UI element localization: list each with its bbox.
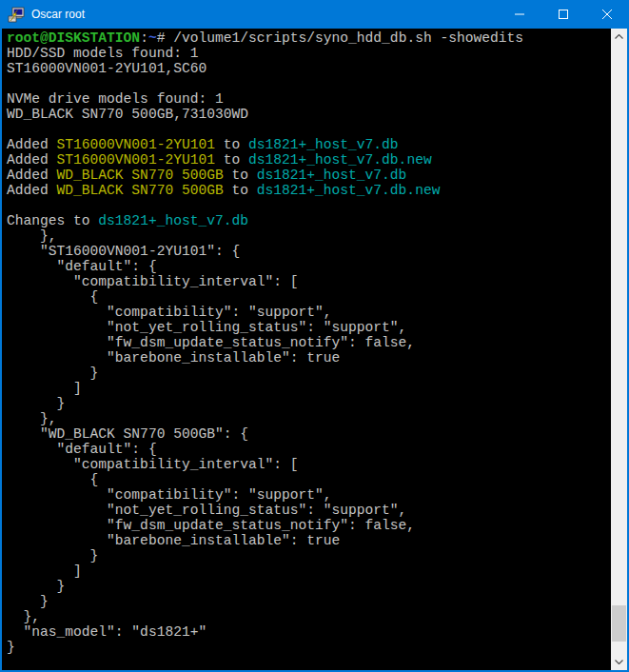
terminal-line: ST16000VN001-2YU101,SC60	[7, 61, 611, 76]
close-icon	[602, 10, 612, 19]
terminal-line: {	[7, 289, 611, 305]
terminal-line: }	[7, 594, 611, 609]
terminal-line: "fw_dsm_update_status_notify": false,	[7, 335, 611, 350]
terminal-output[interactable]: root@DISKSTATION:~# /volume1/scripts/syn…	[2, 29, 611, 670]
terminal-line	[7, 198, 611, 213]
scroll-down-button[interactable]	[611, 654, 627, 670]
close-button[interactable]	[585, 0, 629, 29]
terminal-line: }	[7, 396, 611, 411]
terminal-line: Added WD_BLACK SN770 500GB to ds1821+_ho…	[7, 168, 611, 183]
title-bar[interactable]: Oscar root	[0, 0, 629, 29]
terminal-line: },	[7, 609, 611, 624]
terminal-line: "compatibility_interval": [	[7, 457, 611, 472]
scroll-down-icon	[615, 660, 623, 664]
terminal-line	[7, 122, 611, 137]
scroll-up-icon	[615, 34, 623, 39]
terminal-line: ]	[7, 381, 611, 396]
terminal-line: "WD_BLACK SN770 500GB": {	[7, 426, 611, 442]
terminal-line: "not_yet_rolling_status": "support",	[7, 320, 611, 335]
terminal-line: "default": {	[7, 259, 611, 274]
terminal-line: }	[7, 548, 611, 563]
terminal-line: ]	[7, 563, 611, 579]
terminal-line: root@DISKSTATION:~# /volume1/scripts/syn…	[7, 30, 611, 46]
maximize-button[interactable]	[541, 0, 585, 29]
window-body: root@DISKSTATION:~# /volume1/scripts/syn…	[0, 29, 629, 672]
maximize-icon	[559, 10, 568, 19]
scroll-up-button[interactable]	[611, 29, 627, 45]
minimize-button[interactable]	[498, 0, 541, 29]
terminal-line: "nas_model": "ds1821+"	[7, 624, 611, 640]
terminal-line: "ST16000VN001-2YU101": {	[7, 244, 611, 259]
terminal-line: },	[7, 411, 611, 426]
terminal-line: "fw_dsm_update_status_notify": false,	[7, 518, 611, 533]
terminal-line: }	[7, 640, 611, 655]
terminal-line: "compatibility": "support",	[7, 487, 611, 503]
scrollbar-thumb[interactable]	[612, 605, 626, 642]
terminal-line: "compatibility": "support",	[7, 305, 611, 320]
terminal-line: HDD/SSD models found: 1	[7, 46, 611, 61]
putty-app-icon	[8, 7, 25, 23]
terminal-line: Changes to ds1821+_host_v7.db	[7, 213, 611, 228]
minimize-icon	[515, 10, 524, 19]
terminal-line: },	[7, 228, 611, 244]
terminal-line: {	[7, 472, 611, 487]
putty-window: Oscar root root@DISKSTATION:~# /volu	[0, 0, 629, 672]
terminal-line: "compatibility_interval": [	[7, 274, 611, 289]
terminal-line: "default": {	[7, 442, 611, 457]
terminal-line: "barebone_installable": true	[7, 533, 611, 548]
vertical-scrollbar[interactable]	[611, 29, 627, 670]
terminal-line: }	[7, 579, 611, 594]
terminal-line: Added ST16000VN001-2YU101 to ds1821+_hos…	[7, 152, 611, 168]
terminal-line	[7, 76, 611, 91]
terminal-line: Added WD_BLACK SN770 500GB to ds1821+_ho…	[7, 183, 611, 198]
window-controls	[498, 0, 629, 29]
terminal-line: NVMe drive models found: 1	[7, 91, 611, 107]
terminal-line: }	[7, 366, 611, 381]
terminal-line: WD_BLACK SN770 500GB,731030WD	[7, 107, 611, 122]
terminal-line: "barebone_installable": true	[7, 350, 611, 366]
terminal-line: Added ST16000VN001-2YU101 to ds1821+_hos…	[7, 137, 611, 152]
window-title: Oscar root	[31, 0, 498, 29]
terminal-line: "not_yet_rolling_status": "support",	[7, 503, 611, 518]
